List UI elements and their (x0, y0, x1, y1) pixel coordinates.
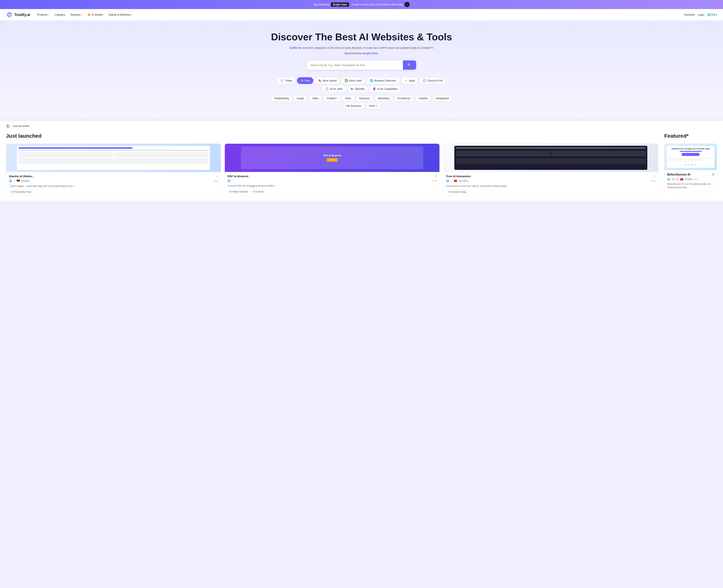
nav-login[interactable]: Login (698, 13, 704, 16)
search-input[interactable] (307, 60, 403, 70)
mockup-block (18, 158, 208, 164)
mockup-block (18, 152, 113, 158)
stat-globe-icon: 🌐 (667, 178, 670, 181)
stat-dots: 🌐 (228, 179, 231, 182)
external-link-icon: ↗ (216, 175, 218, 178)
banner-brand[interactable]: Bright Data (331, 2, 349, 6)
cat-chatbot[interactable]: Chatbot (415, 95, 431, 101)
search-bar: 🔍 (307, 60, 416, 70)
logo-icon (6, 11, 13, 18)
card-rating: ★ 4 (432, 179, 437, 182)
flag-icon: 🇨🇳 (454, 179, 457, 182)
cat-more[interactable]: More + (366, 103, 381, 109)
tag-item[interactable]: AI Tiktok Assistant (228, 190, 250, 194)
cat-voice[interactable]: Voice (342, 95, 355, 101)
stat-dash: -- (13, 180, 15, 182)
card-description: Transforms AI text into natural, human-l… (446, 184, 655, 188)
mockup-block (456, 158, 646, 164)
check-icon: ✅ (344, 79, 348, 82)
bolt-icon: ⚡ (404, 79, 408, 82)
search-icon: 🔍 (407, 63, 411, 67)
featured-mockup-dot (688, 164, 690, 166)
featured-mockup: Transform Your Thoughts Into Actionable … (667, 146, 715, 168)
card-thumbnail (444, 144, 658, 172)
pill-most-saved[interactable]: 🔖 Most Saved (315, 77, 340, 84)
nav-links: Products ▾ Category Ranking ▾ 🔥 AI Model… (35, 12, 679, 17)
card-rating: ★ 0 (651, 180, 655, 182)
card-tags: AI Tiktok Assistant AI Tutorial (228, 190, 437, 194)
cat-text-writing[interactable]: Text&Writing (271, 95, 292, 101)
card-description: Convert PDF into Engaging Brainrot Video… (228, 184, 437, 188)
cat-image[interactable]: Image (294, 95, 307, 101)
search-button[interactable]: 🔍 (403, 60, 416, 70)
tool-card-ai-humanizer[interactable]: Free AI Humanizer ↗ 🌐 -- 🇨🇳 100.00% (443, 144, 658, 197)
featured-mockup-line (668, 158, 713, 159)
cat-business[interactable]: Business (356, 95, 373, 101)
bookmark-icon: 🔖 (318, 79, 322, 82)
tag-item[interactable]: AI Tutorial (251, 190, 265, 194)
tool-card-stackie[interactable]: Stackie.AI (Notes... ↗ 🌐 -- 🇩🇪 63.98% (6, 144, 221, 197)
pill-twitter[interactable]: 🐦 @toolify (347, 85, 368, 92)
tool-card-pdf-brainrot[interactable]: PDF to Brainrot Convert PDF to Brainrot … (225, 144, 440, 197)
cat-design-art[interactable]: Design&Art (432, 95, 452, 101)
pill-browser-extension[interactable]: 🌐 Browser Extension (367, 77, 400, 84)
card-header-row: PDF to Brainrot ↗ (228, 174, 437, 178)
card-body: Stackie.AI (Notes... ↗ 🌐 -- 🇩🇪 63.98% (6, 172, 221, 197)
main-content: 🏠 / Just launched Just launched (0, 121, 723, 201)
pill-discord[interactable]: 💬 Discord of AI (420, 77, 446, 84)
mockup-row (18, 152, 208, 158)
banner-arrow-button[interactable]: → (404, 2, 410, 7)
pill-ai-for-jobs[interactable]: 📋 AI for Jobs (322, 85, 346, 92)
card-stats: 🌐 -- (228, 179, 234, 182)
card-stats: 🌐 -- 🇨🇳 100.00% (446, 179, 468, 182)
pill-today[interactable]: 🛒 Today (277, 77, 295, 84)
nav-products[interactable]: Products ▾ (35, 12, 51, 17)
featured-description: BeforeSunset AI is an AI-powered daily a… (667, 182, 714, 189)
stat-percent: 100.00% (459, 180, 468, 182)
pill-new[interactable]: ✨ New (297, 77, 313, 84)
nav-submit[interactable]: Submit & Advertise ▾ (106, 12, 135, 17)
card-meta: 🌐 -- ★ 4 (228, 179, 437, 182)
pill-ai-capabilities[interactable]: 🔮 AI for Capabilities (369, 85, 401, 92)
nav-ranking[interactable]: Ranking ▾ (68, 12, 84, 17)
nav-category[interactable]: Category (52, 12, 68, 17)
mockup-row (456, 151, 646, 156)
featured-rating-count: 3 (697, 178, 698, 181)
mockup-bar (18, 147, 132, 149)
tag-item[interactable]: AI Checker Essay (446, 190, 468, 194)
language-selector[interactable]: 🌐 EN ▾ (707, 13, 717, 16)
category-pills: Text&Writing Image Video Code&IT Voice B… (268, 95, 455, 110)
logo[interactable]: Toolify.ai (6, 11, 30, 18)
featured-mockup-lines (668, 158, 713, 162)
pill-most-used[interactable]: ✅ Most Used (341, 77, 365, 84)
breadcrumb-current: Just launched (13, 125, 29, 127)
cat-code-it[interactable]: Code&IT (323, 95, 340, 101)
cat-marketing[interactable]: Marketing (375, 95, 392, 101)
chevron-down-icon: ▾ (131, 14, 132, 16)
featured-mockup-dot (691, 164, 694, 166)
crystal-icon: 🔮 (373, 87, 376, 90)
cat-life-assistant[interactable]: Life Assistant (342, 103, 364, 109)
flag-icon: 🇩🇪 (17, 179, 20, 182)
stat-dots: 🌐 (446, 180, 449, 182)
sponsored-link[interactable]: Bright Data (363, 51, 378, 55)
nav-ai-models[interactable]: 🔥 AI Models (85, 12, 105, 17)
category-count: 233 (308, 46, 313, 49)
card-title: Free AI Humanizer (446, 174, 471, 178)
card-header-row: Free AI Humanizer ↗ (446, 174, 655, 178)
featured-card[interactable]: Transform Your Thoughts Into Actionable … (664, 144, 717, 192)
card-stats: 🌐 -- 🇩🇪 63.98% (9, 179, 29, 182)
nav-favourite[interactable]: Favourite (684, 13, 695, 16)
featured-card-title: BeforeSunset AI (667, 173, 690, 176)
featured-body: BeforeSunset AI ↗ 🌐 121.7K 🇻🇳 23.66% ★ 3 (664, 170, 717, 192)
pill-apps[interactable]: ⚡ Apps (401, 77, 418, 84)
just-launched-title: Just launched (6, 133, 658, 139)
logo-text: Toolify.ai (14, 13, 30, 17)
cat-ai-detector[interactable]: AI Detector (394, 95, 414, 101)
cat-video[interactable]: Video (309, 95, 322, 101)
chevron-down-icon: ▾ (81, 14, 82, 16)
tag-item[interactable]: AI Productivity Tools (9, 190, 33, 194)
rating-count: 0 (654, 180, 655, 182)
breadcrumb-home[interactable]: 🏠 (6, 124, 10, 128)
featured-mockup-btn (682, 153, 700, 156)
